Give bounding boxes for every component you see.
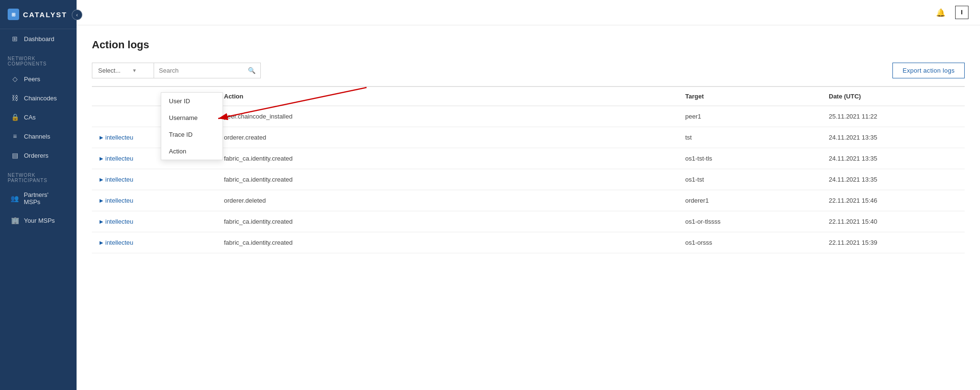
expand-icon: ▶ — [100, 177, 103, 182]
sidebar-collapse-button[interactable]: ‹ — [72, 10, 82, 20]
cell-user: ▶ intellecteu — [92, 176, 216, 183]
cell-date: 22.11.2021 15:46 — [821, 197, 965, 204]
top-bar: 🔔 I — [77, 0, 980, 25]
cell-date: 22.11.2021 15:39 — [821, 239, 965, 246]
orderers-icon: ▤ — [11, 151, 19, 160]
table-row: ▶ intellecteu orderer.deleted orderer1 2… — [92, 190, 965, 211]
cell-date: 24.11.2021 13:35 — [821, 155, 965, 162]
sidebar: ⊞ CATALYST ‹ ⊞ Dashboard Network compone… — [0, 0, 77, 390]
partners-msps-icon: 👥 — [11, 194, 19, 203]
sidebar-item-your-msps[interactable]: 🏢 Your MSPs — [3, 211, 74, 229]
logo-text: CATALYST — [23, 11, 67, 19]
table-row: ▶ intellecteu fabric_ca.identity.created… — [92, 169, 965, 190]
cell-action: orderer.created — [216, 134, 678, 141]
sidebar-item-partners-msps[interactable]: 👥 Partners' MSPs — [3, 186, 74, 210]
filter-dropdown: User ID Username Trace ID Action — [161, 92, 223, 160]
user-link[interactable]: ▶ intellecteu — [100, 197, 209, 204]
select-label: Select... — [98, 67, 121, 74]
channels-icon: ≡ — [11, 132, 19, 141]
sidebar-item-label: Your MSPs — [24, 217, 55, 224]
user-link[interactable]: ▶ intellecteu — [100, 176, 209, 183]
cell-action: orderer.deleted — [216, 197, 678, 204]
cell-action: peer.chaincode_installed — [216, 113, 678, 120]
network-section-label: Network components — [0, 48, 77, 69]
sidebar-item-label: Chaincodes — [24, 95, 57, 102]
filter-select[interactable]: Select... ▼ — [92, 63, 154, 78]
cell-target: peer1 — [678, 113, 821, 120]
sidebar-item-cas[interactable]: 🔒 CAs — [3, 108, 74, 126]
cell-target: os1-or-tlssss — [678, 218, 821, 225]
user-avatar[interactable]: I — [955, 6, 969, 19]
cell-target: orderer1 — [678, 197, 821, 204]
sidebar-item-label: Orderers — [24, 152, 48, 159]
logo-area: ⊞ CATALYST ‹ — [0, 0, 77, 29]
toolbar-left: Select... ▼ 🔍 — [92, 63, 261, 78]
col-header-action: Action — [216, 93, 678, 100]
cell-date: 25.11.2021 11:22 — [821, 113, 965, 120]
cas-icon: 🔒 — [11, 113, 19, 121]
cell-user: ▶ intellecteu — [92, 218, 216, 225]
dropdown-item-trace-id[interactable]: Trace ID — [161, 126, 223, 143]
search-input[interactable] — [159, 67, 245, 74]
dropdown-item-user-id[interactable]: User ID — [161, 93, 223, 109]
cell-action: fabric_ca.identity.created — [216, 155, 678, 162]
logo-icon: ⊞ — [8, 9, 19, 20]
dashboard-icon: ⊞ — [11, 34, 19, 43]
col-header-date: Date (UTC) — [821, 93, 965, 100]
search-icon[interactable]: 🔍 — [248, 67, 256, 74]
dropdown-item-username[interactable]: Username — [161, 109, 223, 126]
notifications-icon[interactable]: 🔔 — [934, 6, 947, 19]
toolbar: Select... ▼ 🔍 Export action logs — [92, 63, 965, 78]
page-title: Action logs — [92, 39, 965, 51]
participants-section-label: Network participants — [0, 165, 77, 186]
chevron-down-icon: ▼ — [132, 68, 137, 73]
sidebar-item-chaincodes[interactable]: ⛓ Chaincodes — [3, 89, 74, 107]
cell-action: fabric_ca.identity.created — [216, 239, 678, 246]
peers-icon: ◇ — [11, 75, 19, 83]
your-msps-icon: 🏢 — [11, 216, 19, 225]
cell-action: fabric_ca.identity.created — [216, 218, 678, 225]
cell-date: 24.11.2021 13:35 — [821, 134, 965, 141]
cell-target: os1-orsss — [678, 239, 821, 246]
col-header-target: Target — [678, 93, 821, 100]
expand-icon: ▶ — [100, 135, 103, 140]
sidebar-item-dashboard[interactable]: ⊞ Dashboard — [3, 30, 74, 48]
sidebar-item-peers[interactable]: ◇ Peers — [3, 70, 74, 88]
table-row: ▶ intellecteu fabric_ca.identity.created… — [92, 232, 965, 253]
table-row: ▶ intellecteu fabric_ca.identity.created… — [92, 211, 965, 232]
expand-icon: ▶ — [100, 156, 103, 161]
sidebar-item-label: Channels — [24, 133, 50, 140]
expand-icon: ▶ — [100, 219, 103, 224]
cell-target: os1-tst — [678, 176, 821, 183]
cell-user: ▶ intellecteu — [92, 197, 216, 204]
export-button[interactable]: Export action logs — [892, 63, 965, 78]
cell-user: ▶ intellecteu — [92, 239, 216, 246]
sidebar-item-orderers[interactable]: ▤ Orderers — [3, 146, 74, 164]
sidebar-item-channels[interactable]: ≡ Channels — [3, 127, 74, 145]
cell-action: fabric_ca.identity.created — [216, 176, 678, 183]
sidebar-item-label: Partners' MSPs — [24, 191, 66, 206]
sidebar-item-label: Dashboard — [24, 35, 55, 43]
cell-date: 22.11.2021 15:40 — [821, 218, 965, 225]
sidebar-item-label: Peers — [24, 76, 40, 83]
search-box: 🔍 — [154, 63, 261, 78]
user-link[interactable]: ▶ intellecteu — [100, 239, 209, 246]
content-area: Action logs Select... ▼ 🔍 Export action … — [77, 25, 980, 390]
expand-icon: ▶ — [100, 240, 103, 245]
cell-date: 24.11.2021 13:35 — [821, 176, 965, 183]
cell-target: tst — [678, 134, 821, 141]
chaincodes-icon: ⛓ — [11, 94, 19, 102]
dropdown-item-action[interactable]: Action — [161, 143, 223, 160]
cell-target: os1-tst-tls — [678, 155, 821, 162]
main-content: 🔔 I Action logs Select... ▼ 🔍 Export act… — [77, 0, 980, 390]
expand-icon: ▶ — [100, 198, 103, 203]
user-link[interactable]: ▶ intellecteu — [100, 218, 209, 225]
sidebar-item-label: CAs — [24, 114, 36, 121]
